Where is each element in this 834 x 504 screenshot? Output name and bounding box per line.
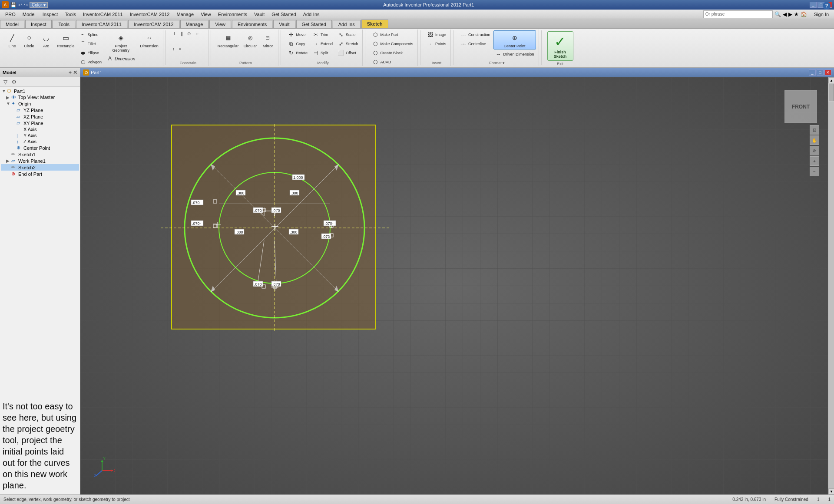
tree-item-xzplane[interactable]: ▱ XZ Plane	[1, 113, 79, 120]
model-filter-icon[interactable]: ▽	[1, 78, 9, 86]
tab-inspect[interactable]: Inspect	[25, 20, 52, 28]
centerline-button[interactable]: -·- Centerline	[458, 40, 492, 48]
menu-pro[interactable]: PRO	[2, 11, 19, 18]
split-button[interactable]: ⊣ Split	[311, 49, 334, 57]
constrain-btn1[interactable]: ⊥	[171, 30, 178, 37]
tree-item-zaxis[interactable]: ↕ Z Axis	[1, 138, 79, 145]
construction-button[interactable]: --- Construction	[458, 30, 492, 39]
tab-inventorcam2012[interactable]: InventorCAM 2012	[128, 20, 179, 28]
menu-inventorcam2012[interactable]: InventorCAM 2012	[126, 11, 173, 18]
line-button[interactable]: ╱ Line	[4, 30, 20, 49]
canvas-minimize-btn[interactable]: _	[809, 69, 816, 76]
acad-button[interactable]: ⬡ ACAD	[370, 58, 415, 66]
tree-item-sketch2[interactable]: ✏ Sketch2	[1, 164, 79, 171]
tree-item-topview[interactable]: ▶ 👁 Top View: Master	[1, 94, 79, 100]
menu-getstarted[interactable]: Get Started	[268, 11, 299, 18]
canvas-restore-btn[interactable]: □	[817, 69, 824, 76]
tab-view[interactable]: View	[209, 20, 231, 28]
model-settings-icon[interactable]: ⚙	[10, 78, 18, 86]
tab-model[interactable]: Model	[0, 20, 24, 28]
menu-environments[interactable]: Environments	[215, 11, 251, 18]
pattern-circular-button[interactable]: ◎ Circular	[242, 30, 258, 49]
tab-sketch[interactable]: Sketch	[361, 20, 388, 28]
circle-button[interactable]: ○ Circle	[21, 30, 37, 49]
minimize-button[interactable]: _	[810, 2, 817, 8]
menu-manage[interactable]: Manage	[173, 11, 197, 18]
tree-item-yzplane[interactable]: ▱ YZ Plane	[1, 107, 79, 113]
scroll-up-btn[interactable]: ▲	[828, 77, 834, 83]
copy-button[interactable]: ⧉ Copy	[286, 40, 309, 48]
tab-environments[interactable]: Environments	[232, 20, 272, 28]
model-panel-close-icon[interactable]: ✕	[73, 69, 77, 76]
pattern-mirror-button[interactable]: ⊟ Mirror	[260, 30, 275, 49]
tab-tools[interactable]: Tools	[53, 20, 75, 28]
center-point-button[interactable]: ⊕ Center Point	[493, 30, 536, 49]
tab-getstarted[interactable]: Get Started	[296, 20, 332, 28]
make-components-button[interactable]: ⬡ Make Components	[370, 40, 415, 48]
finish-sketch-button[interactable]: ✓ FinishSketch	[547, 31, 573, 61]
tree-item-sketch1[interactable]: ✏ Sketch1	[1, 151, 79, 158]
dimension-button[interactable]: ↔ Dimension	[138, 30, 160, 49]
menu-inspect[interactable]: Inspect	[39, 11, 61, 18]
quick-undo-btn[interactable]: ↩	[18, 2, 22, 8]
stretch-button[interactable]: ⤢ Stretch	[336, 40, 360, 48]
move-button[interactable]: ✛ Move	[286, 30, 309, 39]
nav-fwd-icon[interactable]: ▶	[788, 11, 792, 17]
home-icon[interactable]: 🏠	[801, 11, 807, 17]
right-scrollbar[interactable]: ▲ ▼	[828, 77, 834, 494]
bookmark-icon[interactable]: ★	[794, 11, 799, 17]
search-input[interactable]	[703, 10, 773, 18]
text-button[interactable]: A Dimension	[105, 54, 137, 63]
fillet-button[interactable]: ⌒ Fillet	[78, 40, 104, 48]
create-block-button[interactable]: ⬡ Create Block	[370, 49, 415, 57]
color-dropdown[interactable]: Color ▾	[30, 2, 48, 8]
tree-item-part1[interactable]: ▼ ⬡ Part1	[1, 88, 79, 94]
search-icon[interactable]: 🔍	[774, 11, 781, 17]
tree-item-xyplane[interactable]: ▱ XY Plane	[1, 120, 79, 126]
nav-back-icon[interactable]: ◀	[783, 11, 787, 17]
tree-item-workplane1[interactable]: ▶ ▱ Work Plane1	[1, 158, 79, 164]
rectangle-button[interactable]: ▭ Rectangle	[55, 30, 76, 49]
ellipse-button[interactable]: ⬬ Ellipse	[78, 49, 104, 57]
quick-save-btn[interactable]: 💾	[10, 2, 17, 8]
spline-button[interactable]: ~ Spline	[78, 30, 104, 39]
tab-inventorcam2011[interactable]: InventorCAM 2011	[76, 20, 127, 28]
driven-dimension-button[interactable]: ↔ Driven Dimension	[493, 50, 536, 59]
make-part-button[interactable]: ⬡ Make Part	[370, 30, 415, 39]
tree-item-xaxis[interactable]: — X Axis	[1, 126, 79, 132]
signin-label[interactable]: Sign In	[811, 11, 832, 18]
constrain-btn3[interactable]: ⊙	[185, 30, 192, 37]
scale-button[interactable]: ⤡ Scale	[336, 30, 360, 39]
tree-item-origin[interactable]: ▼ ✦ Origin	[1, 100, 79, 107]
menu-addins[interactable]: Add-Ins	[300, 11, 323, 18]
polygon-button[interactable]: ⬡ Polygon	[78, 58, 104, 66]
arc-button[interactable]: ◡ Arc	[38, 30, 54, 49]
tree-item-endofpart[interactable]: ⊗ End of Part	[1, 171, 79, 177]
viewport[interactable]: FRONT ⊡ ✋ ⟳ + −	[80, 77, 828, 494]
pattern-rectangular-button[interactable]: ▦ Rectangular	[216, 30, 241, 49]
constrain-btn5[interactable]: ↕	[171, 46, 176, 52]
constrain-btn6[interactable]: ≡	[177, 46, 183, 52]
menu-vault[interactable]: Vault	[251, 11, 268, 18]
scroll-thumb[interactable]	[829, 84, 834, 101]
extend-button[interactable]: → Extend	[311, 40, 334, 48]
tab-vault[interactable]: Vault	[273, 20, 295, 28]
project-geometry-button[interactable]: ◈ ProjectGeometry	[105, 30, 137, 54]
model-panel-expand-icon[interactable]: +	[69, 69, 72, 76]
constrain-btn4[interactable]: ↔	[193, 30, 201, 37]
canvas-close-btn[interactable]: ✕	[824, 69, 831, 76]
constrain-btn2[interactable]: ∥	[179, 30, 185, 37]
trim-button[interactable]: ✂ Trim	[311, 30, 334, 39]
tab-manage[interactable]: Manage	[180, 20, 209, 28]
points-button[interactable]: · Points	[425, 40, 448, 48]
menu-view[interactable]: View	[197, 11, 215, 18]
menu-inventorcam2011[interactable]: InventorCAM 2011	[79, 11, 126, 18]
offset-button[interactable]: ⬜ Offset	[336, 49, 360, 57]
quick-redo-btn[interactable]: ↪	[24, 2, 28, 8]
image-button[interactable]: 🖼 Image	[425, 30, 448, 39]
tree-item-yaxis[interactable]: | Y Axis	[1, 132, 79, 138]
scroll-down-btn[interactable]: ▼	[828, 488, 834, 494]
rotate-button[interactable]: ↻ Rotate	[286, 49, 309, 57]
menu-model[interactable]: Model	[19, 11, 39, 18]
tab-addins[interactable]: Add-Ins	[333, 20, 361, 28]
